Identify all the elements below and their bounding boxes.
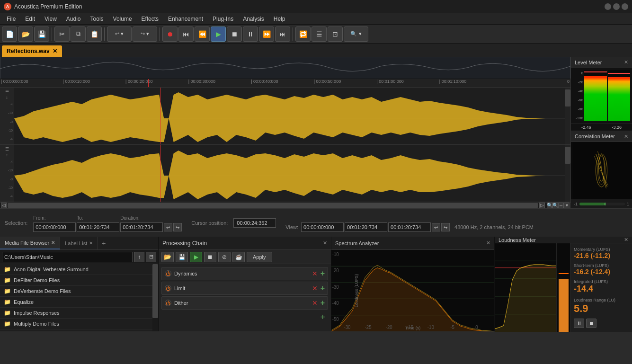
- record-button[interactable]: ⏺: [162, 27, 178, 42]
- snap-button[interactable]: ⊡: [328, 27, 343, 42]
- track-1-waveform[interactable]: [14, 88, 565, 144]
- fb-scrollbar[interactable]: [152, 264, 158, 331]
- effect-power-dither[interactable]: ⏻: [165, 300, 171, 306]
- pc-add-effect-btn[interactable]: +: [320, 312, 325, 322]
- selection-dur-input[interactable]: [120, 222, 163, 232]
- redo-button[interactable]: ↪ ▾: [133, 27, 157, 42]
- file-tab-close[interactable]: ✕: [53, 48, 57, 54]
- close-button[interactable]: ✕: [622, 3, 628, 10]
- view-from-input[interactable]: [301, 222, 344, 232]
- effect-remove-dither[interactable]: ✕: [312, 299, 318, 307]
- zoom-out-btn[interactable]: 🔍: [552, 203, 558, 208]
- fast-forward-button[interactable]: ⏩: [259, 27, 274, 42]
- fb-item-1[interactable]: 📁 Acon Digital Verberate Surround: [0, 264, 152, 275]
- menu-help[interactable]: Help: [269, 15, 290, 23]
- scroll-left-btn[interactable]: ◁: [1, 203, 7, 208]
- pc-stop-btn[interactable]: ⏹: [204, 252, 216, 262]
- mix-button[interactable]: ☰: [312, 27, 327, 42]
- goto-end-button[interactable]: ⏭: [275, 27, 290, 42]
- zoom-fit-btn[interactable]: ↔: [558, 203, 564, 208]
- fb-home-btn[interactable]: ⊟: [146, 252, 156, 262]
- menu-tools[interactable]: Tools: [86, 15, 108, 23]
- view-to-input[interactable]: [345, 222, 387, 232]
- loudness-pause-btn[interactable]: ⏸: [574, 319, 584, 328]
- maximize-button[interactable]: □: [613, 3, 620, 10]
- fb-item-5[interactable]: 📁 Impulse Responses: [0, 308, 152, 319]
- menu-enhancement[interactable]: Enhancement: [163, 15, 208, 23]
- pc-save-btn[interactable]: 💾: [176, 252, 188, 262]
- fb-item-3[interactable]: 📁 DeVerberate Demo Files: [0, 286, 152, 297]
- new-button[interactable]: 📄: [2, 27, 17, 42]
- pc-bypass-btn[interactable]: ⊘: [218, 252, 231, 262]
- pc-folder-btn[interactable]: 📂: [161, 252, 174, 262]
- fb-item-4[interactable]: 📁 Equalize: [0, 297, 152, 308]
- effect-remove-limit[interactable]: ✕: [312, 284, 318, 292]
- level-meter-close[interactable]: ✕: [624, 59, 628, 65]
- menu-audio[interactable]: Audio: [62, 15, 86, 23]
- file-browser-list[interactable]: 📁 Acon Digital Verberate Surround 📁 DeFi…: [0, 264, 152, 331]
- loudness-close[interactable]: ✕: [624, 237, 628, 243]
- tab-media-browser[interactable]: Media File Browser ✕: [0, 237, 60, 249]
- pc-play-btn[interactable]: ▶: [190, 252, 202, 262]
- track-2-waveform[interactable]: [14, 145, 565, 202]
- effect-remove-dynamics[interactable]: ✕: [312, 270, 318, 277]
- minimize-button[interactable]: —: [605, 3, 611, 10]
- track-1-scrollbar[interactable]: [565, 88, 570, 144]
- menu-file[interactable]: File: [2, 15, 20, 23]
- loop-button[interactable]: 🔁: [295, 27, 311, 42]
- fb-up-btn[interactable]: ↑: [134, 252, 144, 262]
- waveform-overview[interactable]: [0, 57, 570, 79]
- spectrum-close[interactable]: ✕: [486, 240, 490, 246]
- pc-close[interactable]: ✕: [323, 240, 327, 246]
- effect-power-limit[interactable]: ⏻: [165, 285, 171, 292]
- save-button[interactable]: 💾: [34, 27, 49, 42]
- open-button[interactable]: 📂: [18, 27, 33, 42]
- fb-scrollbar-thumb[interactable]: [152, 264, 158, 318]
- paste-button[interactable]: 📋: [87, 27, 102, 42]
- menu-volume[interactable]: Volume: [108, 15, 137, 23]
- view-dur-input[interactable]: [388, 222, 431, 232]
- fb-item-2[interactable]: 📁 DeFilter Demo Files: [0, 275, 152, 286]
- undo-button[interactable]: ↩ ▾: [107, 27, 132, 42]
- view-apply-btn[interactable]: ↪: [441, 223, 450, 231]
- play-button[interactable]: ▶: [211, 27, 226, 42]
- correlation-meter-close[interactable]: ✕: [624, 133, 628, 140]
- rewind-button[interactable]: ⏪: [195, 27, 210, 42]
- selection-from-input[interactable]: [33, 222, 76, 232]
- file-tab-reflections[interactable]: Reflections.wav ✕: [2, 45, 62, 57]
- cursor-pos-input[interactable]: [233, 218, 276, 228]
- goto-start-button[interactable]: ⏮: [178, 27, 194, 42]
- menu-view[interactable]: View: [40, 15, 62, 23]
- effect-power-dynamics[interactable]: ⏻: [165, 270, 171, 277]
- zoom-button[interactable]: 🔍 ▾: [344, 27, 368, 42]
- h-scrollbar-thumb[interactable]: [8, 203, 538, 208]
- stop-button[interactable]: ⏹: [227, 27, 242, 42]
- effect-add-limit[interactable]: +: [320, 284, 325, 293]
- effect-add-dynamics[interactable]: +: [320, 269, 325, 278]
- scroll-right-btn[interactable]: ▷: [539, 203, 545, 208]
- menu-analysis[interactable]: Analysis: [238, 15, 269, 23]
- loudness-reset-btn[interactable]: ⏹: [586, 319, 596, 328]
- selection-apply-btn[interactable]: ↪: [173, 223, 182, 231]
- file-path-input[interactable]: [2, 252, 133, 262]
- menu-plugins[interactable]: Plug-Ins: [208, 15, 238, 23]
- pause-button[interactable]: ⏸: [243, 27, 258, 42]
- tab-add-btn[interactable]: +: [98, 237, 109, 249]
- tab-media-browser-close[interactable]: ✕: [51, 240, 55, 245]
- menu-edit[interactable]: Edit: [20, 15, 40, 23]
- effect-add-dither[interactable]: +: [320, 299, 325, 307]
- pc-cup-btn[interactable]: ☕: [232, 252, 245, 262]
- copy-button[interactable]: ⧉: [71, 27, 86, 42]
- zoom-in-btn[interactable]: 🔍: [547, 203, 552, 208]
- pc-apply-btn[interactable]: Apply: [247, 252, 272, 262]
- selection-to-input[interactable]: [77, 222, 119, 232]
- zoom-menu-btn[interactable]: ▾: [564, 203, 570, 208]
- h-scrollbar-track[interactable]: [8, 203, 538, 208]
- cut-button[interactable]: ✂: [54, 27, 70, 42]
- fb-item-6[interactable]: 📁 Multiply Demo Files: [0, 319, 152, 329]
- tab-label-list[interactable]: Label List ✕: [60, 237, 98, 249]
- track-2-scrollbar[interactable]: [565, 145, 570, 202]
- view-reset-btn[interactable]: ↩: [432, 223, 440, 231]
- tab-label-list-close[interactable]: ✕: [89, 240, 93, 246]
- selection-reset-btn[interactable]: ↩: [164, 223, 172, 231]
